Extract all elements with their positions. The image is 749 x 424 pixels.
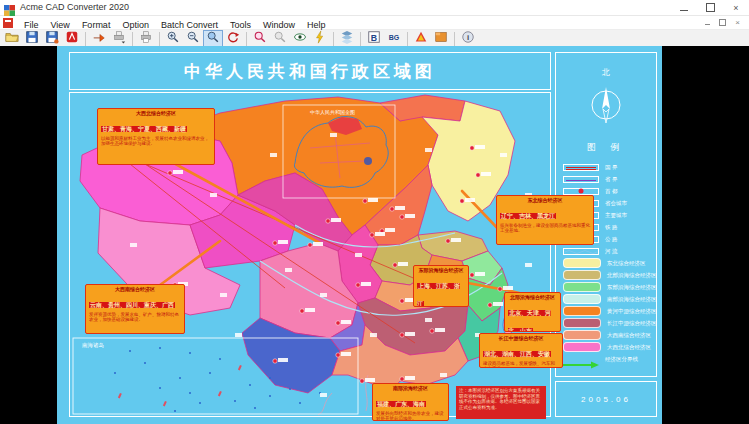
islands-label-text: 南海诸岛 [82,342,104,349]
map-date: 2005.06 [581,395,631,404]
map-label-box [500,153,507,157]
city-label-box [375,232,385,236]
city-label-box [278,358,288,362]
legend-label: 省会城市 [605,200,627,207]
map-label-box [130,243,137,247]
compass-icon [585,79,627,131]
island-mark [254,407,256,409]
map-area[interactable]: 中华人民共和国全图 南海诸岛 [69,92,551,417]
city-label-box [493,302,503,306]
city-label-box [368,198,378,202]
child-restore-button[interactable] [715,17,730,28]
legend-label: 国 界 [605,164,618,171]
island-mark [129,350,131,352]
city-dot [336,353,340,357]
legend-symbol-0: 国 界 [563,161,652,173]
legend-rows: 国 界省 界首 都省会城市主要城市铁 路公 路河 流东北综合经济区北部沿海综合经… [563,161,652,365]
drawing-viewport[interactable]: 中华人民共和国行政区域图 [0,46,749,424]
menu-view[interactable]: View [45,20,76,30]
menu-option[interactable]: Option [116,20,155,30]
legend-zone-1: 北部沿海综合经济区 [563,269,652,281]
map-label-box [285,268,292,272]
minimize-button[interactable] [671,0,697,15]
toolbar-separator [159,32,160,46]
drawing-canvas[interactable]: 中华人民共和国行政区域图 [57,46,662,424]
map-label-box [210,193,217,197]
callout-sw: 大西南综合经济区云南、贵州、四川、重庆、广西发挥资源优势，发展水电、矿产、旅游和… [85,284,185,334]
city-dot [393,263,397,267]
city-label-box [451,238,461,242]
window-controls: × [671,0,749,15]
toolbar-separator [246,32,247,46]
city-dot [336,321,340,325]
island-mark [249,384,251,386]
legend-zone-8: 经济区分界线 [563,353,652,365]
toolbar-separator [360,32,361,46]
callout-provinces: 甘肃、青海、宁夏、西藏、新疆 [101,126,187,132]
legend-label: 大西南综合经济区 [607,332,651,339]
menu-tools[interactable]: Tools [224,20,257,30]
map-title: 中华人民共和国行政区域图 [184,60,436,83]
menu-batch-convert[interactable]: Batch Convert [155,20,224,30]
child-minimize-button[interactable] [700,17,715,28]
island-mark [174,410,176,412]
city-label-box [475,272,485,276]
menu-window[interactable]: Window [257,20,301,30]
menu-file[interactable]: File [18,20,45,30]
toolbar-separator [132,32,133,46]
city-dot [470,273,474,277]
maximize-button[interactable] [697,0,723,15]
legend-label: 省 界 [605,176,618,183]
city-dot [326,219,330,223]
legend-zone-5: 长江中游综合经济区 [563,317,652,329]
city-dot [370,233,374,237]
city-dot [273,241,277,245]
island-mark [299,402,301,404]
callout-ec: 东部沿海综合经济区上海、江苏、浙江率先发展外向型经济、高新技术产业和现代服务业。 [413,265,469,307]
city-label-box [405,376,415,380]
map-label-box [440,373,447,377]
menu-bar: FileViewFormatOptionBatch ConvertToolsWi… [0,16,749,30]
maximize-icon [706,3,715,12]
menu-help[interactable]: Help [301,20,332,30]
legend-zone-4: 黄河中游综合经济区 [563,305,652,317]
island-mark [118,393,122,398]
map-label-box [220,293,227,297]
city-dot [308,243,312,247]
child-close-button[interactable]: × [730,17,745,28]
island-mark [238,365,242,370]
close-button[interactable]: × [723,0,749,15]
city-label-box [398,262,408,266]
city-label-box [341,352,351,356]
city-dot [430,329,434,333]
city-label-box [365,378,375,382]
map-note: 注：本图所示经济区划分方案系根据有关研究资料编制，仅供参考。图中经济区界线不作为… [456,386,546,419]
legend-title: 图 例 [556,141,656,154]
callout-my: 长江中游综合经济区湖北、湖南、江西、安徽建设商品粮基地，发展钢铁、汽车和水电工业… [479,333,563,368]
callout-provinces: 福建、广东、海南 [376,401,426,407]
map-title-box: 中华人民共和国行政区域图 [69,52,551,90]
city-dot [168,171,172,175]
map-label-box [270,153,277,157]
city-label-box [481,172,491,176]
menu-format[interactable]: Format [76,20,117,30]
city-dot [300,309,304,313]
island-mark [189,392,191,394]
legend-zone-7: 大西北综合经济区 [563,341,652,353]
callout-ne: 东北综合经济区辽宁、吉林、黑龙江振兴装备制造业，建设全国商品粮基地和重化工业基地… [496,195,594,245]
legend-label: 经济区分界线 [605,356,638,363]
app-icon [4,2,15,13]
city-label-box [361,282,371,286]
callout-title: 东部沿海综合经济区 [417,268,465,274]
island-mark [219,358,221,360]
callout-provinces: 湖北、湖南、江西、安徽 [483,351,551,357]
island-mark [163,401,167,406]
callout-body: 发挥资源优势，发展水电、矿产、旅游和特色农业，加快基础设施建设。 [89,312,181,323]
callout-body: 发展外向型经济和热带农业，建设对外开放前沿地带。 [376,411,445,422]
island-mark [159,387,161,389]
island-mark [199,402,201,404]
island-mark [269,395,271,397]
callout-provinces: 辽宁、吉林、黑龙江 [500,213,556,219]
toolbar-separator [454,32,455,46]
city-label-box [475,145,485,149]
